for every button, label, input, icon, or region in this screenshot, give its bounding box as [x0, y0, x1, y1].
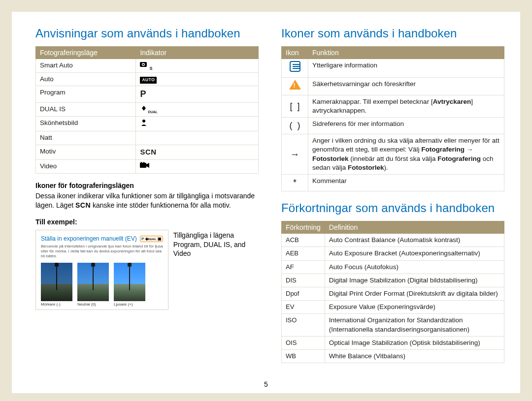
thumb-image — [41, 263, 72, 301]
svg-point-2 — [143, 63, 144, 65]
icon-cell: ( ) — [282, 118, 308, 134]
abbr-cell: OIS — [282, 336, 325, 349]
abbr-th-1: Definition — [325, 221, 504, 234]
icon-cell: [ ] — [282, 95, 308, 117]
paren-icon: ( ) — [290, 121, 300, 130]
mode-indicator-icon: P — [136, 86, 259, 102]
mode-indicator-icon: S — [136, 59, 259, 73]
scn-inline: SCN — [75, 201, 91, 209]
abbr-th-0: Förkortning — [282, 221, 325, 234]
mode-label: Skönhetsbild — [36, 116, 136, 131]
mode-th-1: Indikator — [136, 47, 259, 59]
abbr-def: Digital Image Stabilization (Digital bil… — [325, 274, 504, 287]
icon-cell: * — [282, 175, 308, 191]
asterisk-icon: * — [293, 178, 297, 187]
icon-cell — [282, 59, 308, 78]
mode-label: Program — [36, 86, 136, 102]
example-title: Ställa in exponeringen manuellt (EV) — [41, 235, 137, 242]
example-thumb: Ljusare (+) — [114, 263, 145, 307]
mode-indicator-icon — [136, 159, 259, 173]
abbr-cell: AEB — [282, 247, 325, 260]
abbr-def: Auto Contrast Balance (Automatisk kontra… — [325, 234, 504, 247]
abbr-table: Förkortning Definition ACBAuto Contrast … — [281, 221, 504, 363]
body-icons-modes: Dessa ikoner indikerar vilka funktioner … — [35, 191, 259, 210]
left-column: Anvisningar som används i handboken Foto… — [35, 27, 259, 389]
abbr-def: Exposure Value (Exponeringsvärde) — [325, 301, 504, 314]
example-side-text: Tillgängliga i lägena Program, DUAL IS, … — [173, 230, 259, 310]
thumb-image — [77, 263, 109, 301]
abbr-def: Auto Exposure Bracket (Autoexponeringsal… — [325, 247, 504, 260]
note-icon — [290, 61, 300, 72]
icon-function: Anger i vilken ordning du ska välja alte… — [308, 134, 504, 175]
left-heading: Anvisningar som används i handboken — [35, 27, 259, 40]
thumb-image — [114, 263, 145, 301]
mode-indicator-icon: AUTO — [136, 73, 259, 86]
abbr-def: White Balance (Vitbalans) — [325, 350, 504, 363]
example-box: Ställa in exponeringen manuellt (EV) P ◈… — [35, 230, 168, 310]
arrow-icon: → — [290, 149, 299, 159]
page-number: 5 — [264, 380, 268, 388]
abbr-cell: ISO — [282, 314, 325, 336]
abbr-def: International Organization for Standardi… — [325, 314, 504, 336]
icon-th-1: Funktion — [308, 47, 504, 59]
brackets-icon: [ ] — [290, 101, 299, 111]
abbr-cell: Dpof — [282, 287, 325, 300]
abbr-cell: AF — [282, 260, 325, 274]
icon-cell — [282, 77, 308, 95]
svg-rect-4 — [140, 163, 146, 168]
mode-indicator-icon: SCN — [136, 145, 259, 159]
example-side-line2: Program, DUAL IS, and Video — [173, 240, 259, 259]
subhead-icons-modes: Ikoner för fotograferingslägen — [35, 182, 259, 189]
abbr-cell: ACB — [282, 234, 325, 247]
mode-label: Video — [36, 159, 136, 173]
right-heading-2: Förkortningar som används i handboken — [281, 201, 504, 215]
right-heading-1: Ikoner som används i handboken — [281, 27, 504, 40]
mode-table: Fotograferingsläge Indikator Smart AutoS… — [35, 46, 259, 174]
mode-indicator-icon: DUAL — [136, 102, 259, 116]
icon-function: Kommentar — [308, 175, 504, 191]
example-side-line1: Tillgängliga i lägena — [173, 231, 259, 240]
mode-label: Smart Auto — [36, 59, 136, 73]
example-thumb: Neutral (0) — [77, 263, 109, 307]
thumb-caption: Mörkare (-) — [41, 302, 72, 307]
icon-table: Ikon Funktion Ytterligare informationSäk… — [281, 46, 504, 191]
abbr-cell: DIS — [282, 274, 325, 287]
abbr-cell: WB — [282, 350, 325, 363]
example-thumb: Mörkare (-) — [41, 263, 72, 307]
mode-label: Auto — [36, 73, 136, 86]
icon-function: Sidreferens för mer information — [308, 118, 504, 134]
abbr-def: Optical Image Stabilization (Optisk bild… — [325, 336, 504, 349]
right-column: Ikoner som används i handboken Ikon Funk… — [281, 27, 504, 389]
body-text-b: kanske inte stöder funktionerna för alla… — [91, 201, 231, 209]
thumb-caption: Ljusare (+) — [114, 302, 145, 307]
icon-function: Kameraknappar. Till exempel betecknar [A… — [308, 95, 504, 117]
mode-label: DUAL IS — [36, 102, 136, 116]
icon-th-0: Ikon — [282, 47, 308, 59]
mode-th-0: Fotograferingsläge — [36, 47, 136, 59]
abbr-def: Digital Print Order Format (Direktutskri… — [325, 287, 504, 300]
example-desc: Beroende på intensiteten i omgivande lju… — [41, 244, 163, 259]
subhead-example: Till exempel: — [35, 218, 259, 226]
icon-function: Ytterligare information — [308, 59, 504, 78]
mode-indicator-icon — [136, 116, 259, 131]
svg-point-6 — [143, 162, 145, 164]
abbr-def: Auto Focus (Autofokus) — [325, 260, 504, 274]
svg-point-3 — [142, 120, 145, 123]
mode-label: Natt — [36, 131, 136, 145]
mode-label: Motiv — [36, 145, 136, 159]
example-mode-badge: P ◈DUAL ▣ — [140, 236, 163, 242]
abbr-cell: EV — [282, 301, 325, 314]
warning-icon — [289, 80, 301, 90]
svg-point-5 — [141, 162, 143, 164]
mode-indicator-icon — [136, 131, 259, 145]
icon-cell: → — [282, 134, 308, 175]
thumb-caption: Neutral (0) — [77, 302, 109, 307]
icon-function: Säkerhetsvarningar och föreskrifter — [308, 77, 504, 95]
